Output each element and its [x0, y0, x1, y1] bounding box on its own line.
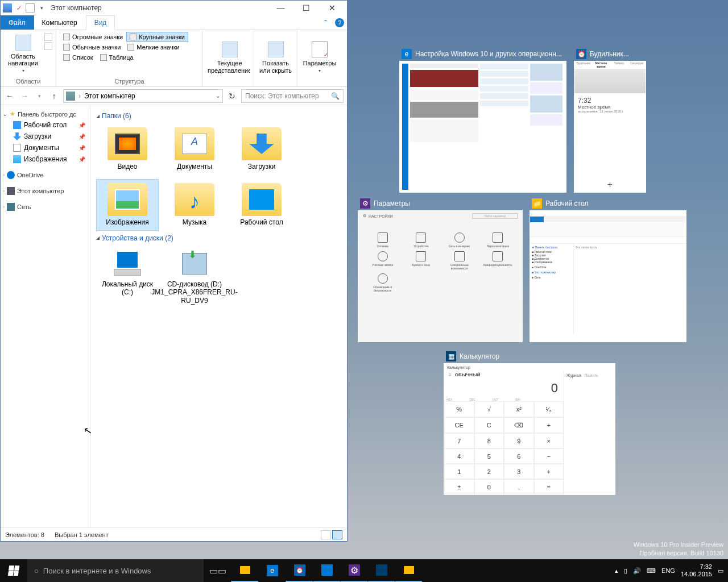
start-button[interactable] — [0, 559, 27, 582]
volume-icon[interactable]: 🔊 — [633, 567, 641, 575]
taskbar: ○Поиск в интернете и в Windows ▭▭ e ⏰ ⚙ … — [0, 559, 728, 582]
settings-icon: ⚙ — [360, 198, 370, 209]
clock[interactable]: 7:3214.06.2015 — [681, 563, 712, 577]
details-pane-icon[interactable] — [44, 42, 52, 50]
current-view-button[interactable]: Текущее представление — [206, 32, 250, 84]
nav-up-button[interactable]: ↑ — [48, 90, 60, 102]
layout-small[interactable]: Мелкие значки — [124, 42, 183, 52]
alarm-date: воскресенье, 11 июня 2015 г. — [578, 110, 642, 113]
nav-history-button[interactable]: ▾ — [34, 90, 45, 102]
taskbar-explorer[interactable] — [231, 559, 258, 582]
address-pc-icon — [66, 92, 75, 101]
maximize-button[interactable]: ☐ — [293, 1, 319, 15]
calc-journal: Журнал — [566, 373, 581, 377]
drive-d[interactable]: ⬇CD-дисковод (D:) JM1_CPRA_X86FRER_RU-RU… — [163, 246, 226, 309]
close-button[interactable]: ✕ — [319, 1, 345, 15]
nav-forward-button[interactable]: → — [19, 90, 30, 102]
taskbar-edge[interactable]: e — [258, 559, 286, 582]
calc-icon: ▦ — [446, 351, 456, 361]
search-placeholder: Поиск: Этот компьютер — [245, 92, 319, 100]
taskview-alarm[interactable]: ⏰Будильник... БудильникМестное времяТайм… — [574, 47, 646, 193]
action-center-icon[interactable]: ▭ — [718, 567, 723, 575]
minimize-button[interactable]: — — [268, 1, 293, 15]
tab-computer[interactable]: Компьютер — [34, 15, 86, 30]
taskbar-store[interactable] — [313, 559, 340, 582]
folder-desktop[interactable]: Рабочий стол — [230, 179, 293, 230]
group-areas-label: Области — [4, 77, 52, 85]
thispc-header[interactable]: ›Этот компьютер — [3, 185, 88, 197]
windows-logo-icon — [8, 566, 20, 576]
taskview-browser[interactable]: eНастройка Windows 10 и других операцион… — [399, 47, 566, 193]
options-button[interactable]: ✓ Параметры ▾ — [301, 32, 338, 84]
pin-icon: 📌 — [78, 156, 85, 163]
tree-desktop[interactable]: Рабочий стол📌 — [3, 119, 88, 131]
titlebar[interactable]: ✓ ▾ Этот компьютер — ☐ ✕ — [1, 1, 347, 15]
layout-normal[interactable]: Обычные значки — [60, 42, 124, 52]
settings-header: НАСТРОЙКИ — [369, 214, 393, 218]
status-item-count: Элементов: 8 — [5, 531, 44, 538]
taskbar-settings[interactable]: ⚙ — [340, 559, 367, 582]
search-box[interactable]: Поиск: Этот компьютер 🔍 — [241, 89, 344, 103]
tree-downloads[interactable]: Загрузки📌 — [3, 131, 88, 142]
view-icons-button[interactable] — [332, 530, 342, 539]
layout-huge[interactable]: Огромные значки — [60, 32, 126, 42]
language-indicator[interactable]: ENG — [661, 567, 675, 574]
folder-documents[interactable]: AДокументы — [163, 123, 226, 174]
layout-list[interactable]: Список — [60, 52, 97, 63]
ribbon-tabs: Файл Компьютер Вид ⌃ ? — [1, 15, 347, 30]
tab-view[interactable]: Вид — [86, 15, 115, 30]
onedrive-header[interactable]: ›OneDrive — [3, 169, 88, 181]
taskbar-search[interactable]: ○Поиск в интернете и в Windows — [27, 559, 204, 582]
calc-icon — [376, 564, 387, 576]
layout-table[interactable]: Таблица — [97, 52, 137, 63]
cloud-icon — [7, 171, 15, 179]
thumb-title: Настройка Windows 10 и других операционн… — [415, 50, 564, 58]
tab-file[interactable]: Файл — [1, 15, 34, 30]
taskview-settings[interactable]: ⚙Параметры ⚙НАСТРОЙКИНайти параметр Сист… — [358, 197, 523, 342]
qa-save-icon[interactable]: ✓ — [14, 3, 23, 13]
edge-icon: e — [402, 49, 412, 59]
taskbar-alarm[interactable]: ⏰ — [286, 559, 313, 582]
network-icon — [7, 203, 15, 211]
view-details-button[interactable] — [321, 530, 331, 539]
folders-group-header[interactable]: Папки (6) — [96, 109, 341, 123]
search-placeholder: Поиск в интернете и в Windows — [43, 567, 151, 575]
window-title: Этот компьютер — [51, 4, 268, 12]
folder-videos[interactable]: Видео — [96, 123, 159, 174]
settings-icon: ⚙ — [349, 564, 360, 576]
folder-music[interactable]: ♪Музыка — [163, 179, 226, 230]
address-bar[interactable]: › Этот компьютер ⌄ — [63, 89, 223, 103]
layout-large[interactable]: Крупные значки — [126, 32, 188, 42]
address-bar-row: ← → ▾ ↑ › Этот компьютер ⌄ ↻ Поиск: Этот… — [1, 87, 347, 105]
tree-documents[interactable]: Документы📌 — [3, 142, 88, 153]
refresh-button[interactable]: ↻ — [226, 90, 238, 102]
task-view-button[interactable]: ▭▭ — [204, 559, 231, 582]
group-layout-label: Структура — [60, 77, 199, 85]
taskview-desktop[interactable]: 📁Рабочий стол ★ Панель быстрого ■ Рабочи… — [530, 197, 686, 342]
folder-pictures[interactable]: Изображения — [96, 179, 159, 230]
drive-c[interactable]: Локальный диск (C:) — [96, 246, 159, 309]
taskview-calc[interactable]: ▦Калькулятор Калькулятор ≡ОБЫЧНЫЙ 0 HEXD… — [444, 350, 615, 495]
taskbar-explorer2[interactable] — [395, 559, 422, 582]
address-text: Этот компьютер — [84, 92, 135, 100]
network-icon[interactable]: ▯ — [624, 567, 627, 575]
nav-back-button[interactable]: ← — [4, 90, 15, 102]
tray-expand-icon[interactable]: ▴ — [615, 567, 618, 575]
keyboard-icon[interactable]: ⌨ — [647, 567, 656, 575]
nav-pane-button[interactable]: Область навигации ▾ — [4, 32, 42, 77]
preview-pane-icon[interactable] — [44, 33, 52, 41]
help-icon[interactable]: ? — [335, 18, 344, 27]
taskbar-calc[interactable] — [367, 559, 395, 582]
quick-access-header[interactable]: ⌄★Панель быстрого дс — [3, 109, 88, 119]
tree-pictures[interactable]: Изображения📌 — [3, 153, 88, 165]
collapse-ribbon-icon[interactable]: ⌃ — [318, 15, 332, 30]
drives-group-header[interactable]: Устройства и диски (2) — [96, 231, 341, 246]
qa-props-icon[interactable] — [26, 3, 35, 13]
folder-downloads[interactable]: Загрузки — [230, 123, 293, 174]
pc-icon — [7, 187, 15, 195]
qa-customize-icon[interactable]: ▾ — [37, 3, 46, 13]
show-hide-button[interactable]: Показать или скрыть — [258, 32, 293, 84]
edge-icon: e — [267, 565, 278, 576]
pin-icon: 📌 — [78, 134, 85, 140]
network-header[interactable]: ›Сеть — [3, 201, 88, 213]
